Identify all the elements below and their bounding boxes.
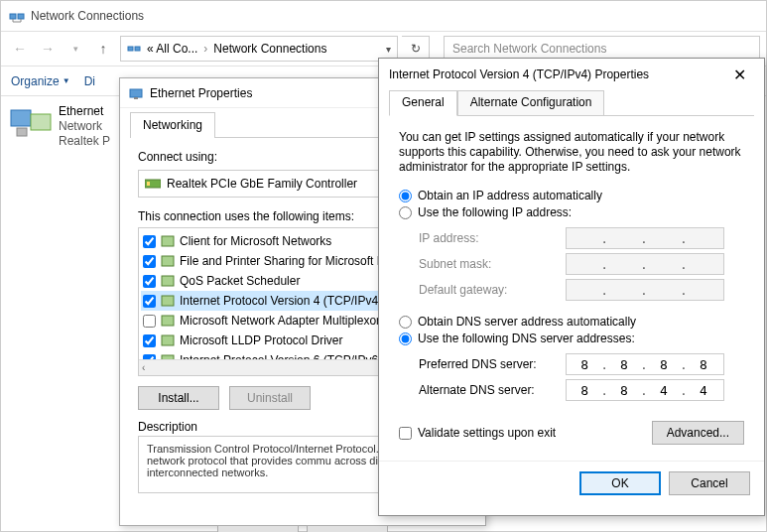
- item-label: Internet Protocol Version 4 (TCP/IPv4): [180, 294, 382, 308]
- radio-ip-manual-input[interactable]: [399, 206, 412, 219]
- component-icon: [160, 313, 176, 329]
- nav-up-button[interactable]: ↑: [90, 36, 116, 62]
- item-checkbox[interactable]: [143, 295, 156, 308]
- subnet-mask-input: ...: [566, 253, 724, 275]
- uninstall-button: Uninstall: [229, 386, 311, 410]
- radio-ip-manual[interactable]: Use the following IP address:: [399, 205, 744, 219]
- svg-rect-5: [128, 47, 133, 51]
- subnet-mask-label: Subnet mask:: [419, 257, 558, 271]
- svg-rect-15: [162, 256, 174, 266]
- svg-rect-13: [147, 182, 150, 186]
- ethernet-cancel-button[interactable]: Cancel: [307, 525, 388, 532]
- tab-networking[interactable]: Networking: [130, 112, 215, 138]
- address-dropdown-icon[interactable]: ▾: [386, 44, 391, 55]
- ethernet-connection-item[interactable]: Ethernet Network Realtek P: [59, 104, 110, 149]
- address-bar[interactable]: « All Co... › Network Connections ▾: [120, 36, 398, 62]
- ipv4-titlebar: Internet Protocol Version 4 (TCP/IPv4) P…: [379, 59, 764, 90]
- svg-rect-8: [31, 114, 51, 130]
- item-checkbox[interactable]: [143, 235, 156, 248]
- radio-dns-auto-input[interactable]: [399, 316, 412, 329]
- nic-icon: [145, 178, 161, 190]
- svg-rect-7: [11, 110, 31, 126]
- validate-checkbox[interactable]: [399, 427, 412, 440]
- ipv4-intro-text: You can get IP settings assigned automat…: [399, 130, 744, 175]
- install-button[interactable]: Install...: [138, 386, 219, 410]
- item-checkbox[interactable]: [143, 275, 156, 288]
- tab-general[interactable]: General: [389, 90, 457, 116]
- ipv4-title: Internet Protocol Version 4 (TCP/IPv4) P…: [389, 67, 649, 81]
- item-label: Client for Microsoft Networks: [180, 234, 331, 248]
- default-gateway-label: Default gateway:: [419, 283, 558, 297]
- component-icon: [160, 233, 176, 249]
- ip-address-label: IP address:: [419, 231, 558, 245]
- svg-rect-9: [17, 128, 27, 136]
- item-label: QoS Packet Scheduler: [180, 274, 300, 288]
- breadcrumb-part1[interactable]: « All Co...: [147, 42, 197, 56]
- connection-status: Network: [59, 119, 110, 134]
- svg-rect-18: [162, 316, 174, 326]
- default-gateway-input: ...: [566, 279, 724, 301]
- svg-rect-10: [130, 89, 142, 97]
- disable-label: Di: [84, 74, 95, 88]
- preferred-dns-label: Preferred DNS server:: [419, 357, 558, 371]
- radio-ip-auto-input[interactable]: [399, 190, 412, 202]
- advanced-button[interactable]: Advanced...: [652, 421, 744, 445]
- address-icon: [127, 42, 141, 56]
- svg-rect-16: [162, 276, 174, 286]
- close-button[interactable]: ✕: [724, 66, 754, 84]
- ip-address-input: ...: [566, 227, 724, 249]
- item-label: Microsoft Network Adapter Multiplexor Pr…: [180, 314, 402, 328]
- radio-dns-manual-input[interactable]: [399, 332, 412, 345]
- ipv4-cancel-button[interactable]: Cancel: [669, 471, 750, 495]
- radio-dns-auto[interactable]: Obtain DNS server address automatically: [399, 315, 744, 329]
- component-icon: [160, 293, 176, 309]
- item-label: Microsoft LLDP Protocol Driver: [180, 333, 343, 347]
- tab-alternate-configuration[interactable]: Alternate Configuration: [457, 90, 605, 116]
- component-icon: [160, 273, 176, 289]
- nav-forward-button[interactable]: →: [35, 36, 61, 62]
- ethernet-adapter-icon: [9, 104, 53, 142]
- item-checkbox[interactable]: [143, 334, 156, 347]
- chevron-down-icon: ▼: [63, 76, 70, 85]
- validate-checkbox-row[interactable]: Validate settings upon exit: [399, 426, 556, 440]
- search-placeholder: Search Network Connections: [452, 42, 606, 56]
- main-title: Network Connections: [31, 9, 144, 23]
- ipv4-tabs: General Alternate Configuration: [389, 90, 754, 116]
- item-checkbox[interactable]: [143, 255, 156, 268]
- preferred-dns-input[interactable]: 8. 8. 8. 8: [566, 353, 724, 375]
- component-icon: [160, 332, 176, 348]
- organize-label: Organize: [11, 74, 60, 88]
- item-label: File and Printer Sharing for Microsoft N…: [180, 254, 404, 268]
- svg-rect-1: [18, 14, 24, 19]
- disable-button[interactable]: Di: [84, 74, 95, 88]
- svg-rect-6: [135, 47, 140, 51]
- svg-rect-19: [162, 335, 174, 345]
- ethernet-icon: [128, 85, 144, 101]
- network-icon: [9, 8, 25, 24]
- nav-back-button[interactable]: ←: [7, 36, 33, 62]
- svg-rect-0: [10, 14, 16, 19]
- breadcrumb-separator: ›: [203, 42, 207, 56]
- ipv4-properties-dialog: Internet Protocol Version 4 (TCP/IPv4) P…: [378, 58, 765, 516]
- svg-rect-17: [162, 296, 174, 306]
- breadcrumb-part2[interactable]: Network Connections: [213, 42, 326, 56]
- ethernet-title: Ethernet Properties: [150, 86, 252, 100]
- organize-menu[interactable]: Organize ▼: [11, 74, 70, 88]
- ethernet-ok-button[interactable]: OK: [217, 525, 299, 532]
- ipv4-ok-button[interactable]: OK: [579, 471, 661, 495]
- svg-rect-11: [134, 97, 138, 99]
- alternate-dns-input[interactable]: 8. 8. 4. 4: [566, 379, 724, 401]
- svg-rect-14: [162, 236, 174, 246]
- radio-ip-auto[interactable]: Obtain an IP address automatically: [399, 189, 744, 202]
- radio-dns-manual[interactable]: Use the following DNS server addresses:: [399, 332, 744, 345]
- item-checkbox[interactable]: [143, 315, 156, 328]
- alternate-dns-label: Alternate DNS server:: [419, 383, 558, 397]
- nav-recent-button[interactable]: ▾: [63, 36, 88, 62]
- adapter-name: Realtek PCIe GbE Family Controller: [167, 177, 357, 191]
- component-icon: [160, 253, 176, 269]
- connection-adapter: Realtek P: [59, 134, 110, 149]
- connection-name: Ethernet: [59, 104, 110, 119]
- main-titlebar: Network Connections: [1, 1, 766, 31]
